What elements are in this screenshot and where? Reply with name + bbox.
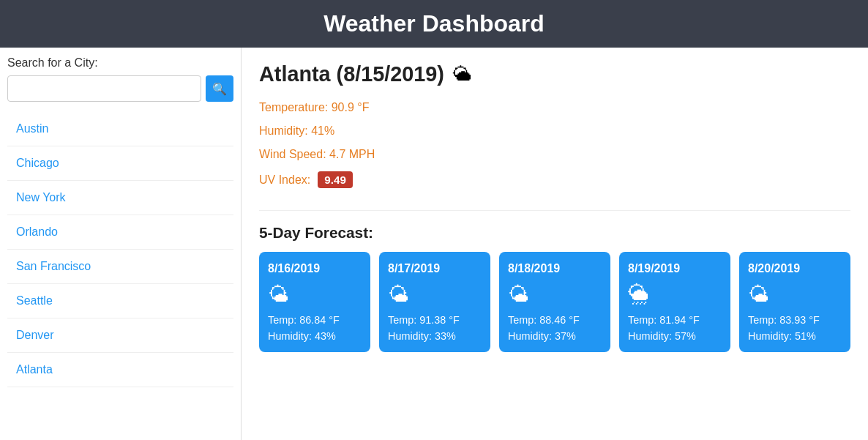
sidebar: Search for a City: 🔍 Austin Chicago New … bbox=[0, 48, 242, 440]
forecast-title: 5-Day Forecast: bbox=[259, 224, 850, 242]
search-row: 🔍 bbox=[7, 75, 233, 102]
search-label: Search for a City: bbox=[7, 56, 233, 70]
main-layout: Search for a City: 🔍 Austin Chicago New … bbox=[0, 48, 868, 440]
forecast-humidity-1: Humidity: 33% bbox=[388, 330, 482, 342]
city-item-newyork[interactable]: New York bbox=[7, 181, 233, 215]
city-title: Atlanta (8/15/2019) bbox=[259, 62, 444, 86]
city-list: Austin Chicago New York Orlando San Fran… bbox=[7, 112, 233, 387]
uv-label: UV Index: bbox=[259, 174, 310, 187]
city-header: Atlanta (8/15/2019) 🌥 bbox=[259, 62, 850, 86]
forecast-temp-0: Temp: 86.84 °F bbox=[268, 314, 362, 326]
forecast-temp-3: Temp: 81.94 °F bbox=[628, 314, 722, 326]
forecast-card-2: 8/18/2019 🌤 Temp: 88.46 °F Humidity: 37% bbox=[499, 252, 610, 352]
forecast-icon-0: 🌤 bbox=[268, 283, 362, 307]
city-item-denver[interactable]: Denver bbox=[7, 318, 233, 353]
app-header: Weather Dashboard bbox=[0, 0, 868, 48]
forecast-date-4: 8/20/2019 bbox=[748, 262, 842, 275]
app-title: Weather Dashboard bbox=[323, 10, 545, 37]
forecast-card-1: 8/17/2019 🌤 Temp: 91.38 °F Humidity: 33% bbox=[379, 252, 490, 352]
forecast-cards: 8/16/2019 🌤 Temp: 86.84 °F Humidity: 43%… bbox=[259, 252, 850, 352]
city-item-seattle[interactable]: Seattle bbox=[7, 284, 233, 318]
forecast-date-0: 8/16/2019 bbox=[268, 262, 362, 275]
forecast-icon-4: 🌤 bbox=[748, 283, 842, 307]
forecast-section: 5-Day Forecast: 8/16/2019 🌤 Temp: 86.84 … bbox=[259, 210, 850, 352]
forecast-icon-3: 🌦 bbox=[628, 283, 722, 307]
city-item-chicago[interactable]: Chicago bbox=[7, 146, 233, 181]
forecast-humidity-4: Humidity: 51% bbox=[748, 330, 842, 342]
forecast-temp-4: Temp: 83.93 °F bbox=[748, 314, 842, 326]
search-button[interactable]: 🔍 bbox=[206, 75, 233, 102]
forecast-card-3: 8/19/2019 🌦 Temp: 81.94 °F Humidity: 57% bbox=[619, 252, 730, 352]
forecast-date-3: 8/19/2019 bbox=[628, 262, 722, 275]
temperature-detail: Temperature: 90.9 °F bbox=[259, 101, 850, 114]
uv-row: UV Index: 9.49 bbox=[259, 171, 850, 188]
city-item-atlanta[interactable]: Atlanta bbox=[7, 353, 233, 387]
city-item-sanfrancisco[interactable]: San Francisco bbox=[7, 250, 233, 284]
forecast-card-0: 8/16/2019 🌤 Temp: 86.84 °F Humidity: 43% bbox=[259, 252, 370, 352]
forecast-date-1: 8/17/2019 bbox=[388, 262, 482, 275]
uv-badge: 9.49 bbox=[318, 171, 353, 188]
forecast-icon-1: 🌤 bbox=[388, 283, 482, 307]
search-input[interactable] bbox=[7, 75, 201, 102]
forecast-temp-1: Temp: 91.38 °F bbox=[388, 314, 482, 326]
forecast-date-2: 8/18/2019 bbox=[508, 262, 602, 275]
forecast-humidity-0: Humidity: 43% bbox=[268, 330, 362, 342]
forecast-humidity-3: Humidity: 57% bbox=[628, 330, 722, 342]
forecast-humidity-2: Humidity: 37% bbox=[508, 330, 602, 342]
forecast-icon-2: 🌤 bbox=[508, 283, 602, 307]
search-icon: 🔍 bbox=[212, 82, 227, 96]
city-item-austin[interactable]: Austin bbox=[7, 112, 233, 146]
forecast-card-4: 8/20/2019 🌤 Temp: 83.93 °F Humidity: 51% bbox=[739, 252, 850, 352]
current-weather-icon: 🌥 bbox=[453, 64, 472, 85]
city-item-orlando[interactable]: Orlando bbox=[7, 215, 233, 250]
wind-detail: Wind Speed: 4.7 MPH bbox=[259, 148, 850, 161]
forecast-temp-2: Temp: 88.46 °F bbox=[508, 314, 602, 326]
main-content: Atlanta (8/15/2019) 🌥 Temperature: 90.9 … bbox=[242, 48, 868, 440]
humidity-detail: Humidity: 41% bbox=[259, 124, 850, 138]
